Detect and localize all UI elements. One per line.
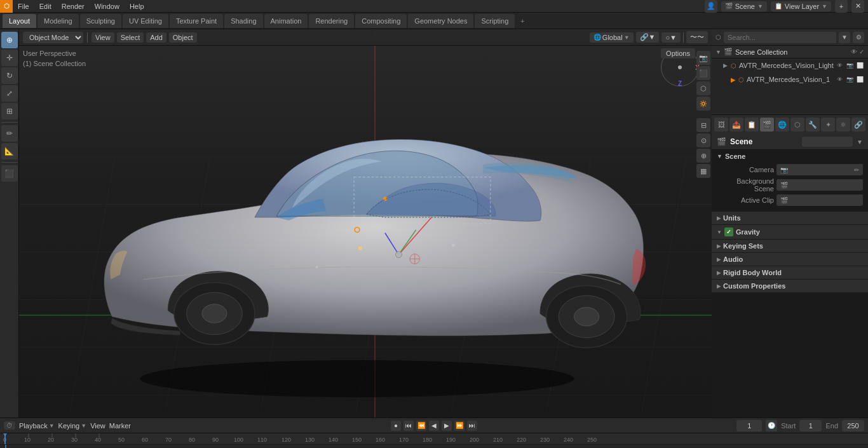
add-cube-tool[interactable]: ⬛	[1, 165, 18, 182]
annotate-tool[interactable]: ✏	[1, 125, 18, 142]
outliner-filter-btn[interactable]: ▼	[839, 32, 850, 43]
tab-shading[interactable]: Shading	[224, 14, 262, 28]
prop-tab-physics[interactable]: ⚛	[836, 118, 850, 132]
options-button[interactable]: Options	[661, 48, 695, 58]
prev-keyframe-btn[interactable]: ⏪	[416, 421, 426, 431]
keying-sets-toggle[interactable]: ▶ Keying Sets	[712, 240, 868, 252]
item-vis-1[interactable]: 👁	[835, 61, 844, 70]
prop-tab-object[interactable]: ⬡	[790, 118, 804, 132]
prop-tab-particles[interactable]: ✦	[821, 118, 835, 132]
camera-value[interactable]: 📷 ✏	[776, 164, 863, 175]
tab-geometry-nodes[interactable]: Geometry Nodes	[408, 14, 473, 28]
custom-props-toggle[interactable]: ▶ Custom Properties	[712, 280, 868, 292]
scale-tool[interactable]: ⤢	[1, 85, 18, 102]
menu-window[interactable]: Window	[90, 0, 125, 13]
rigid-body-toggle[interactable]: ▶ Rigid Body World	[712, 266, 868, 279]
new-scene-icon[interactable]: +	[835, 0, 848, 13]
scene-selector[interactable]: 🎬 Scene ▼	[721, 1, 767, 11]
prop-filter-btn[interactable]: ▼	[857, 139, 863, 146]
tab-uv-editing[interactable]: UV Editing	[123, 14, 168, 28]
blender-icon[interactable]: ⬡	[0, 0, 13, 13]
camera-view-btn[interactable]: 📷	[696, 51, 710, 65]
units-section-toggle[interactable]: ▶ Units	[712, 212, 868, 224]
play-reverse-btn[interactable]: ◀	[429, 421, 439, 431]
sc-visibility[interactable]: 👁	[851, 48, 857, 55]
show-in-render[interactable]: ▦	[696, 164, 710, 178]
viewport-overlays[interactable]: ⊙	[696, 133, 710, 147]
view-menu[interactable]: View	[90, 422, 105, 430]
playback-menu[interactable]: Playback ▼	[19, 422, 55, 430]
tab-scripting[interactable]: Scripting	[475, 14, 515, 28]
prop-tab-output[interactable]: 📤	[729, 118, 743, 132]
item-render-2[interactable]: ⬜	[855, 75, 864, 84]
timeline-track[interactable]	[0, 445, 868, 448]
gravity-checkbox[interactable]: ✓	[724, 227, 733, 236]
3d-viewport[interactable]: Object Mode View Select Add Object 🌐 Glo…	[19, 29, 712, 417]
viewport-shading-solid[interactable]: ⬛	[696, 66, 710, 80]
prop-tab-scene[interactable]: 🎬	[760, 118, 774, 132]
global-transform[interactable]: 🌐 Global ▼	[590, 32, 634, 43]
gizmo-z-axis[interactable]: Z	[678, 80, 682, 87]
menu-file[interactable]: File	[13, 0, 34, 13]
tab-compositing[interactable]: Compositing	[355, 14, 407, 28]
active-clip-value[interactable]: 🎬	[776, 194, 863, 206]
gravity-arrow[interactable]: ▼	[717, 229, 722, 235]
header-view[interactable]: View	[92, 32, 114, 43]
sc-selectable[interactable]: ✓	[859, 48, 864, 55]
tab-rendering[interactable]: Rendering	[309, 14, 354, 28]
outliner-item-mercedes-2[interactable]: ▶ ⬡ AVTR_Mercedes_Vision_1 👁 📷 ⬜	[712, 72, 868, 86]
proportional-edit[interactable]: ○▼	[661, 32, 681, 43]
jump-start-btn[interactable]: ⏮	[403, 421, 414, 431]
header-select[interactable]: Select	[117, 32, 144, 43]
start-frame-input[interactable]: 1	[799, 420, 822, 431]
tab-sculpting[interactable]: Sculpting	[80, 14, 121, 28]
header-object[interactable]: Object	[169, 32, 197, 43]
end-frame-input[interactable]: 250	[842, 420, 864, 431]
bg-scene-value[interactable]: 🎬	[776, 179, 863, 191]
close-scene-icon[interactable]: ✕	[851, 0, 864, 13]
frame-clock-btn[interactable]: 🕐	[766, 420, 777, 431]
camera-edit-btn[interactable]: ✏	[854, 166, 859, 173]
prop-tab-modifiers[interactable]: 🔧	[806, 118, 820, 132]
tab-modeling[interactable]: Modeling	[37, 14, 79, 28]
header-add[interactable]: Add	[146, 32, 166, 43]
measure-tool[interactable]: 📐	[1, 143, 18, 160]
audio-toggle[interactable]: ▶ Audio	[712, 253, 868, 266]
keying-menu[interactable]: Keying ▼	[58, 422, 87, 430]
header-sep-graph[interactable]: 〜〜	[686, 31, 708, 43]
item-cam-1[interactable]: 📷	[845, 61, 854, 70]
next-keyframe-btn[interactable]: ⏩	[454, 421, 465, 431]
outliner-filter-opts[interactable]: ⚙	[853, 32, 864, 43]
tab-texture-paint[interactable]: Texture Paint	[170, 14, 223, 28]
tab-layout[interactable]: Layout	[3, 14, 36, 28]
menu-edit[interactable]: Edit	[34, 0, 57, 13]
cursor-tool[interactable]: ⊕	[1, 32, 18, 48]
prop-search-input[interactable]	[802, 137, 853, 147]
play-btn[interactable]: ▶	[442, 421, 452, 431]
jump-end-btn[interactable]: ⏭	[467, 421, 477, 431]
item-render-1[interactable]: ⬜	[855, 61, 864, 70]
prop-tab-constraints[interactable]: 🔗	[851, 118, 865, 132]
viewport-gizmos-btn[interactable]: ⊕	[696, 149, 710, 163]
view-layer-selector[interactable]: 📋 View Layer ▼	[771, 1, 831, 11]
item-vis-2[interactable]: 👁	[835, 75, 844, 84]
menu-render[interactable]: Render	[57, 0, 90, 13]
record-btn[interactable]: ●	[391, 421, 401, 431]
outliner-search[interactable]	[724, 32, 836, 43]
rotate-tool[interactable]: ↻	[1, 67, 18, 84]
prop-tab-view[interactable]: 📋	[745, 118, 759, 132]
add-workspace-button[interactable]: +	[516, 15, 529, 27]
move-tool[interactable]: ✛	[1, 50, 18, 66]
item-arrow-1[interactable]: ▶	[723, 62, 731, 69]
menu-help[interactable]: Help	[125, 0, 149, 13]
current-frame-input[interactable]: 1	[736, 420, 762, 431]
transform-tool[interactable]: ⊞	[1, 103, 18, 119]
marker-menu[interactable]: Marker	[109, 422, 131, 430]
outliner-item-mercedes-light[interactable]: ▶ ⬡ AVTR_Mercedes_Vision_Light 👁 📷 ⬜	[712, 58, 868, 72]
mode-select[interactable]: Object Mode	[23, 32, 83, 43]
snap-toggle[interactable]: 🔗▼	[636, 32, 660, 43]
item-cam-2[interactable]: 📷	[845, 75, 854, 84]
viewport-shading-render[interactable]: 🔅	[696, 97, 710, 111]
user-icon[interactable]: 👤	[705, 0, 717, 13]
sc-expand-arrow[interactable]: ▼	[715, 49, 721, 55]
